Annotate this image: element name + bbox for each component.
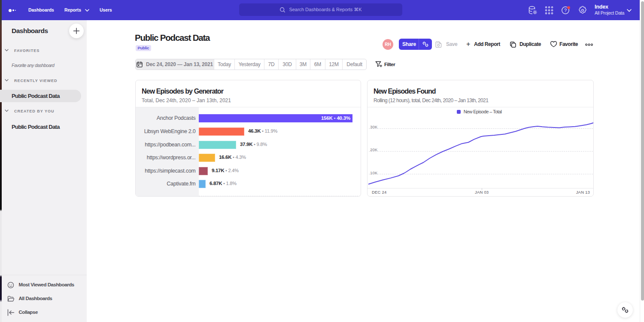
svg-text:?: ? <box>564 8 567 13</box>
